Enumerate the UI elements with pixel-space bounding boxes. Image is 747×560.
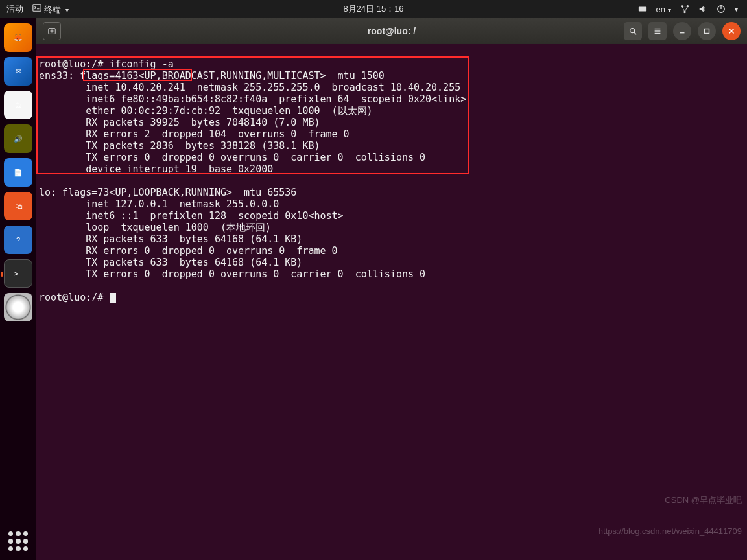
new-tab-button[interactable] xyxy=(43,22,61,40)
output-line: inet6 fe80::49ba:b654:8c82:f40a prefixle… xyxy=(39,93,466,105)
svg-rect-16 xyxy=(705,29,709,34)
output-line: device interrupt 19 base 0x2000 xyxy=(39,163,273,175)
dock-app-thunderbird[interactable]: ✉ xyxy=(4,57,32,86)
output-line: inet6 ::1 prefixlen 128 scopeid 0x10<hos… xyxy=(39,210,344,222)
dock-app-terminal[interactable]: >_ xyxy=(4,259,32,288)
gnome-topbar: 活动 终端 8月24日 15：16 en ▾ xyxy=(0,0,747,18)
show-applications-button[interactable] xyxy=(0,531,36,551)
output-line: ens33: flags=4163<UP,BROADCAST,RUNNING,M… xyxy=(39,70,385,82)
window-title: root@luo: / xyxy=(368,26,416,36)
document-icon: 📄 xyxy=(14,169,23,177)
close-button[interactable] xyxy=(722,22,741,40)
maximize-icon xyxy=(702,27,711,36)
terminal-icon: >_ xyxy=(14,270,23,277)
apps-grid-icon xyxy=(8,531,28,551)
svg-rect-1 xyxy=(638,7,646,12)
power-icon[interactable] xyxy=(717,5,726,14)
dock: 🦊 ✉ 🗂 🔊 📄 🛍 ? >_ xyxy=(0,18,36,560)
titlebar: root@luo: / xyxy=(36,18,747,44)
minimize-icon xyxy=(678,27,687,36)
terminal-body[interactable]: root@luo:/# ifconfig -a ens33: flags=416… xyxy=(36,44,747,560)
output-line: loop txqueuelen 1000 (本地环回) xyxy=(39,222,271,233)
activities-button[interactable]: 活动 xyxy=(6,3,23,15)
output-line: inet 10.40.20.241 netmask 255.255.255.0 … xyxy=(39,82,460,93)
hamburger-menu-button[interactable] xyxy=(648,22,667,40)
keyboard-icon[interactable] xyxy=(638,5,647,14)
thunderbird-icon: ✉ xyxy=(16,67,21,76)
cursor xyxy=(110,293,116,303)
dock-app-firefox[interactable]: 🦊 xyxy=(4,23,32,52)
output-line: ether 00:0c:29:7d:cb:92 txqueuelen 1000 … xyxy=(39,105,373,117)
dock-app-files[interactable]: 🗂 xyxy=(4,91,32,119)
output-line: TX packets 2836 bytes 338128 (338.1 KB) xyxy=(39,140,320,152)
search-button[interactable] xyxy=(624,22,642,40)
maximize-button[interactable] xyxy=(698,22,716,40)
output-line: TX packets 633 bytes 64168 (64.1 KB) xyxy=(39,257,302,268)
speaker-icon: 🔊 xyxy=(14,135,23,143)
svg-rect-0 xyxy=(33,4,41,11)
firefox-icon: 🦊 xyxy=(14,34,23,42)
volume-icon[interactable] xyxy=(698,5,707,14)
system-menu-chevron-icon[interactable]: ▾ xyxy=(735,6,738,13)
network-icon[interactable] xyxy=(680,5,689,14)
svg-line-11 xyxy=(634,32,637,35)
output-line: RX errors 0 dropped 0 overruns 0 frame 0 xyxy=(39,245,338,257)
terminal-window: root@luo: / root@luo:/# ifconfig -a ens3… xyxy=(36,18,747,560)
help-icon: ? xyxy=(16,236,20,244)
command-text: ifconfig -a xyxy=(109,58,173,70)
minimize-button[interactable] xyxy=(673,22,691,40)
clock[interactable]: 8月24日 15：16 xyxy=(343,4,403,14)
svg-point-10 xyxy=(630,29,635,33)
output-line: inet 127.0.0.1 netmask 255.0.0.0 xyxy=(39,198,279,210)
app-menu-label: 终端 xyxy=(44,5,61,14)
prompt: root@luo:/# xyxy=(39,58,109,70)
app-menu[interactable]: 终端 xyxy=(32,3,69,16)
dock-app-help[interactable]: ? xyxy=(4,226,32,254)
search-icon xyxy=(628,27,637,36)
dock-app-disc[interactable] xyxy=(4,293,32,321)
output-line: TX errors 0 dropped 0 overruns 0 carrier… xyxy=(39,152,425,163)
output-line: lo: flags=73<UP,LOOPBACK,RUNNING> mtu 65… xyxy=(39,187,296,198)
prompt: root@luo:/# xyxy=(39,292,109,303)
dock-app-rhythmbox[interactable]: 🔊 xyxy=(4,124,32,153)
new-tab-icon xyxy=(47,27,56,36)
close-icon xyxy=(727,27,736,36)
watermark: CSDN @早点毕业吧 https://blog.csdn.net/weixin… xyxy=(599,474,742,557)
output-line: RX errors 2 dropped 104 overruns 0 frame… xyxy=(39,128,350,140)
input-language[interactable]: en xyxy=(656,5,671,14)
dock-app-software[interactable]: 🛍 xyxy=(4,192,32,220)
output-line: RX packets 633 bytes 64168 (64.1 KB) xyxy=(39,233,302,245)
output-line: TX errors 0 dropped 0 overruns 0 carrier… xyxy=(39,268,425,280)
dock-app-writer[interactable]: 📄 xyxy=(4,158,32,187)
hamburger-icon xyxy=(653,27,662,36)
terminal-indicator-icon xyxy=(32,3,42,12)
output-line: RX packets 39925 bytes 7048140 (7.0 MB) xyxy=(39,117,320,128)
shopping-bag-icon: 🛍 xyxy=(15,202,22,210)
files-icon: 🗂 xyxy=(15,101,22,109)
